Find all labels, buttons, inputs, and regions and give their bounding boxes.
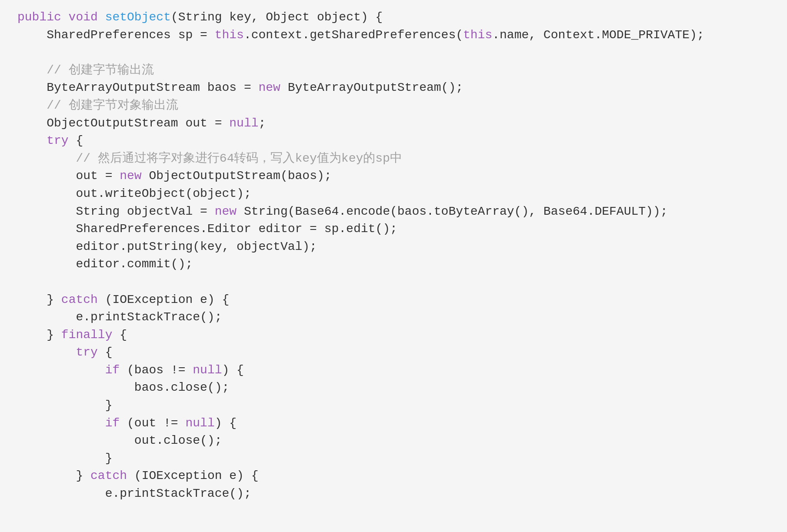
code-line: ObjectOutputStream out = null;: [17, 115, 770, 133]
code-line: editor.commit();: [17, 256, 770, 273]
code-token: new: [120, 169, 141, 183]
code-line: e.printStackTrace();: [17, 309, 770, 326]
code-token: (IOException e) {: [98, 293, 229, 306]
code-token: [17, 416, 105, 430]
code-token: }: [17, 452, 112, 465]
code-token: (IOException e) {: [127, 469, 258, 482]
code-line: [17, 44, 770, 62]
code-token: null: [193, 363, 222, 377]
code-token: catch: [90, 469, 127, 482]
code-line: // 创建字节对象输出流: [17, 97, 770, 115]
code-token: finally: [61, 328, 113, 342]
code-token: null: [185, 416, 214, 430]
code-line: try {: [17, 344, 770, 362]
code-token: ByteArrayOutputStream baos =: [17, 81, 259, 94]
code-line: public void setObject(String key, Object…: [17, 9, 770, 27]
code-token: ObjectOutputStream out =: [17, 116, 229, 130]
code-token: ) {: [215, 416, 237, 430]
code-token: out =: [17, 169, 120, 183]
code-token: new: [259, 81, 280, 94]
code-token: this: [463, 28, 492, 42]
code-token: .name, Context.MODE_PRIVATE);: [492, 28, 704, 42]
code-token: // 然后通过将字对象进行64转码，写入key值为key的sp中: [17, 152, 402, 165]
code-token: .context.getSharedPreferences(: [244, 28, 463, 42]
code-token: ;: [259, 116, 266, 130]
code-token: editor.commit();: [17, 257, 193, 271]
code-token: (out !=: [120, 416, 185, 430]
code-line: SharedPreferences sp = this.context.getS…: [17, 27, 770, 44]
code-token: ) {: [222, 363, 244, 377]
code-token: {: [112, 328, 127, 342]
code-token: {: [69, 134, 83, 147]
code-line: out.close();: [17, 432, 770, 450]
code-line: } catch (IOException e) {: [17, 291, 770, 309]
code-token: ObjectOutputStream(baos);: [142, 169, 332, 183]
code-token: if: [105, 416, 120, 430]
code-token: out.writeObject(object);: [17, 187, 251, 200]
code-token: public void: [17, 10, 105, 24]
code-token: SharedPreferences.Editor editor = sp.edi…: [17, 222, 397, 236]
code-token: // 创建字节输出流: [17, 63, 154, 77]
code-token: String objectVal =: [17, 205, 215, 218]
code-token: e.printStackTrace();: [17, 310, 222, 324]
code-token: out.close();: [17, 434, 222, 447]
code-container: public void setObject(String key, Object…: [0, 0, 787, 532]
code-line: out = new ObjectOutputStream(baos);: [17, 167, 770, 185]
code-token: // 创建字节对象输出流: [17, 99, 178, 112]
code-token: [17, 134, 47, 147]
code-token: (baos !=: [120, 363, 193, 377]
code-line: editor.putString(key, objectVal);: [17, 238, 770, 256]
code-token: [17, 363, 105, 377]
code-token: {: [98, 346, 113, 359]
code-token: }: [17, 328, 61, 342]
code-line: } finally {: [17, 326, 770, 344]
code-line: if (baos != null) {: [17, 362, 770, 379]
code-line: // 然后通过将字对象进行64转码，写入key值为key的sp中: [17, 150, 770, 168]
code-token: }: [17, 469, 90, 482]
code-token: this: [215, 28, 244, 42]
code-line: } catch (IOException e) {: [17, 467, 770, 485]
code-token: [17, 346, 76, 359]
code-token: (String key, Object object) {: [171, 10, 383, 24]
code-line: String objectVal = new String(Base64.enc…: [17, 203, 770, 221]
code-line: ByteArrayOutputStream baos = new ByteArr…: [17, 79, 770, 97]
code-line: [17, 273, 770, 291]
code-token: if: [105, 363, 120, 377]
code-line: try {: [17, 132, 770, 150]
code-line: }: [17, 397, 770, 415]
code-line: }: [17, 450, 770, 468]
code-line: e.printStackTrace();: [17, 485, 770, 503]
code-line: SharedPreferences.Editor editor = sp.edi…: [17, 220, 770, 238]
code-token: try: [76, 346, 97, 359]
code-token: SharedPreferences sp =: [17, 28, 215, 42]
code-token: String(Base64.encode(baos.toByteArray(),…: [237, 205, 667, 218]
code-line: out.writeObject(object);: [17, 185, 770, 203]
code-token: ByteArrayOutputStream();: [280, 81, 463, 94]
code-token: baos.close();: [17, 381, 229, 394]
code-token: e.printStackTrace();: [17, 487, 251, 500]
code-line: if (out != null) {: [17, 415, 770, 432]
code-token: catch: [61, 293, 98, 306]
code-token: editor.putString(key, objectVal);: [17, 240, 317, 253]
code-token: try: [47, 134, 68, 147]
code-token: null: [229, 116, 258, 130]
code-token: new: [215, 205, 237, 218]
code-token: setObject: [105, 10, 171, 24]
code-line: baos.close();: [17, 379, 770, 397]
code-token: }: [17, 399, 112, 412]
code-line: // 创建字节输出流: [17, 62, 770, 80]
code-token: }: [17, 293, 61, 306]
